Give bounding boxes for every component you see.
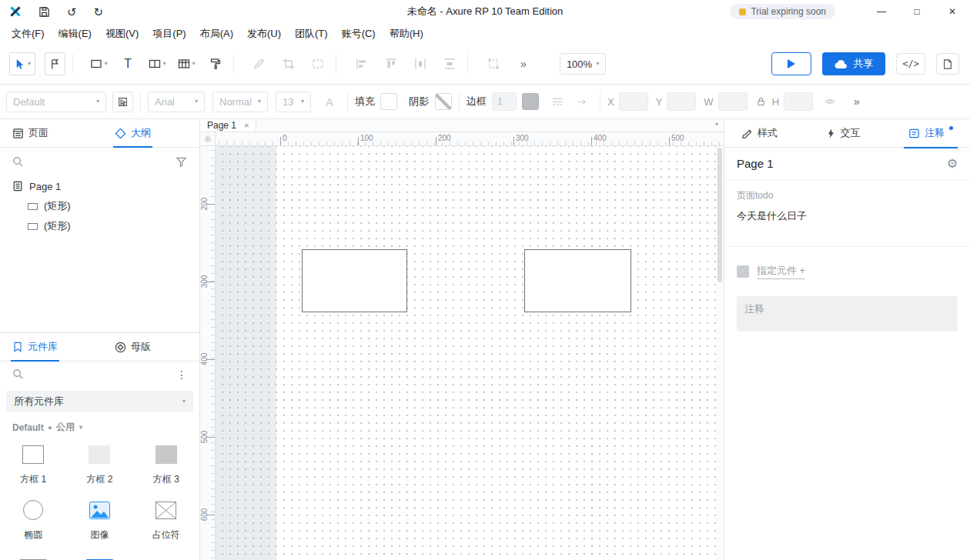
ruler-origin-button[interactable] xyxy=(200,132,216,146)
font-style-select[interactable]: Normal ▾ xyxy=(212,92,268,112)
search-icon[interactable] xyxy=(12,156,24,168)
trial-text: Trial expiring soon xyxy=(751,6,826,17)
select-tool[interactable]: ▾ xyxy=(9,52,35,75)
formatbar-overflow-button[interactable]: » xyxy=(845,90,867,113)
spec-document-button[interactable] xyxy=(936,53,959,75)
tab-list-chevron-icon[interactable]: ▾ xyxy=(715,122,718,128)
shadow-swatch[interactable] xyxy=(435,93,452,110)
align-top-tool[interactable] xyxy=(380,52,402,75)
format-painter-tool[interactable] xyxy=(205,52,226,75)
font-family-select[interactable]: Arial ▾ xyxy=(148,92,205,112)
split-box-icon xyxy=(149,58,161,70)
ruler-label: 400 xyxy=(200,344,209,375)
style-pen-tool[interactable] xyxy=(249,52,270,75)
tab-outline[interactable]: 大纲 xyxy=(115,119,151,147)
note-field-value[interactable]: 今天是什么日子 xyxy=(737,209,958,223)
tab-notes[interactable]: 注释 xyxy=(908,119,953,148)
right-sidebar: 样式 交互 注释 Page 1 ⚙ 页面todo 今天是什么日子 指定元件 + … xyxy=(724,119,970,560)
tab-interactions[interactable]: 交互 xyxy=(826,119,861,148)
rectangle-shape-2[interactable] xyxy=(524,249,631,312)
page-tab-page1[interactable]: Page 1 × xyxy=(200,119,256,132)
tree-row-rect1[interactable]: (矩形) xyxy=(0,196,199,216)
menu-arrange[interactable]: 布局(A) xyxy=(193,27,240,41)
arrow-style-button[interactable] xyxy=(571,90,593,113)
search-icon[interactable] xyxy=(12,368,24,380)
group-tool[interactable] xyxy=(483,52,504,75)
inline-frame-tool[interactable]: ▾ xyxy=(146,52,168,75)
scrollbar-thumb[interactable] xyxy=(717,148,722,282)
line-style-button[interactable] xyxy=(547,90,568,113)
style-preset-select[interactable]: Default ▾ xyxy=(6,92,106,112)
code-view-button[interactable]: </> xyxy=(896,53,925,75)
trial-badge[interactable]: Trial expiring soon xyxy=(730,4,835,19)
tab-pages[interactable]: 页面 xyxy=(12,119,48,147)
filter-icon[interactable] xyxy=(176,156,187,168)
h-field[interactable] xyxy=(784,92,813,111)
share-button[interactable]: 共享 xyxy=(822,52,885,75)
design-surface[interactable] xyxy=(216,146,716,560)
menu-team[interactable]: 团队(T) xyxy=(288,27,335,41)
chevron-down-icon: ▾ xyxy=(96,98,99,105)
menu-account[interactable]: 账号(C) xyxy=(335,27,383,41)
y-field[interactable] xyxy=(667,92,696,111)
shape-tool[interactable]: ▾ xyxy=(88,52,109,75)
gear-icon[interactable]: ⚙ xyxy=(947,156,958,171)
widget-box3[interactable]: 方框 3 xyxy=(133,443,199,486)
tab-pages-label: 页面 xyxy=(28,126,48,140)
lock-ratio-button[interactable] xyxy=(751,90,772,113)
zoom-select[interactable]: 100% ▾ xyxy=(560,53,606,75)
maximize-button[interactable]: □ xyxy=(899,0,935,23)
undo-icon[interactable]: ↺ xyxy=(67,6,77,18)
fill-swatch[interactable] xyxy=(380,93,397,110)
minimize-button[interactable]: — xyxy=(864,0,899,23)
library-group-header[interactable]: Default • 公用 ▾ xyxy=(12,421,199,434)
rectangle-shape-1[interactable] xyxy=(302,249,407,312)
tab-widget-library[interactable]: 元件库 xyxy=(12,333,58,361)
widget-image[interactable]: 图像 xyxy=(66,498,132,542)
tree-row-rect2[interactable]: (矩形) xyxy=(0,216,199,236)
visibility-button[interactable] xyxy=(819,90,841,113)
marquee-select-tool[interactable] xyxy=(307,52,329,75)
font-color-button[interactable]: A xyxy=(319,90,340,113)
widget-notes-input[interactable]: 注释 xyxy=(737,296,958,332)
interaction-pointer-tool[interactable] xyxy=(45,52,65,75)
widget-ellipse[interactable]: 椭圆 xyxy=(0,498,66,542)
redo-icon[interactable]: ↻ xyxy=(94,6,104,18)
distribute-vertical-tool[interactable] xyxy=(439,52,460,75)
save-icon[interactable] xyxy=(38,6,50,18)
table-tool[interactable]: ▾ xyxy=(176,52,197,75)
library-filter-select[interactable]: 所有元件库 ▾ xyxy=(6,391,193,412)
menu-file[interactable]: 文件(F) xyxy=(5,27,52,41)
widget-button-filled[interactable]: BUTTON xyxy=(66,554,132,560)
close-tab-icon[interactable]: × xyxy=(244,122,249,130)
menu-project[interactable]: 项目(P) xyxy=(146,27,192,41)
crop-tool[interactable] xyxy=(278,52,299,75)
menu-help[interactable]: 帮助(H) xyxy=(383,27,430,41)
tree-row-page1[interactable]: Page 1 xyxy=(0,176,199,196)
border-width-field[interactable]: 1 xyxy=(492,92,517,111)
menu-view[interactable]: 视图(V) xyxy=(99,27,146,41)
canvas-vertical-scrollbar[interactable] xyxy=(716,146,724,560)
menu-publish[interactable]: 发布(U) xyxy=(240,27,288,41)
widget-button-text[interactable]: BUTTON xyxy=(133,554,199,560)
select-mode-button[interactable] xyxy=(112,92,133,112)
x-field[interactable] xyxy=(619,92,648,111)
toolbar-overflow-button[interactable]: » xyxy=(512,52,534,75)
kebab-menu-icon[interactable]: ⋮ xyxy=(176,368,187,381)
menu-edit[interactable]: 编辑(E) xyxy=(52,27,99,41)
widget-button-primary[interactable]: BUTTON xyxy=(0,554,66,560)
tab-style[interactable]: 样式 xyxy=(741,119,778,148)
distribute-horizontal-tool[interactable] xyxy=(410,52,431,75)
font-size-select[interactable]: 13 ▾ xyxy=(276,92,311,112)
assign-widget-link[interactable]: 指定元件 + xyxy=(757,264,805,279)
widget-box2[interactable]: 方框 2 xyxy=(66,443,132,486)
tab-masters[interactable]: 母版 xyxy=(115,333,151,361)
preview-button[interactable] xyxy=(771,52,811,75)
align-left-tool[interactable] xyxy=(351,52,373,75)
border-color-swatch[interactable] xyxy=(522,93,539,110)
close-button[interactable]: ✕ xyxy=(935,0,970,23)
text-tool[interactable]: T xyxy=(117,52,139,75)
widget-placeholder[interactable]: 占位符 xyxy=(133,498,199,542)
widget-box1[interactable]: 方框 1 xyxy=(0,443,66,486)
w-field[interactable] xyxy=(718,92,748,111)
